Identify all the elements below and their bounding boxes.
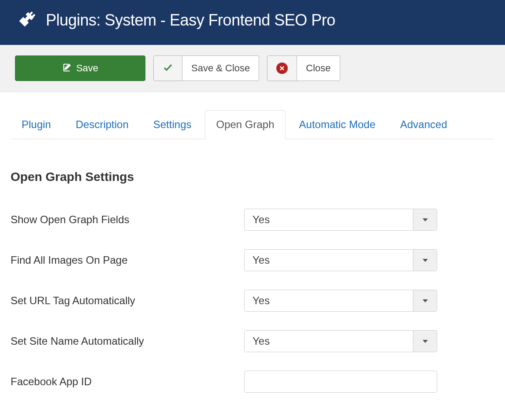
select-find-images[interactable]: Yes xyxy=(244,249,437,271)
save-close-group: Save & Close xyxy=(153,55,259,81)
tab-settings[interactable]: Settings xyxy=(153,110,192,139)
save-close-label: Save & Close xyxy=(191,63,250,73)
select-set-url-tag[interactable]: Yes xyxy=(244,290,437,312)
label-set-site-name: Set Site Name Automatically xyxy=(11,335,244,347)
chevron-down-icon xyxy=(423,299,428,302)
tabs: Plugin Description Settings Open Graph A… xyxy=(11,110,494,139)
tab-description[interactable]: Description xyxy=(75,110,129,139)
close-icon-button[interactable] xyxy=(267,55,297,81)
field-show-og-fields: Show Open Graph Fields Yes xyxy=(11,209,494,231)
field-set-url-tag: Set URL Tag Automatically Yes xyxy=(11,290,494,312)
save-close-button[interactable]: Save & Close xyxy=(182,55,259,81)
tab-advanced[interactable]: Advanced xyxy=(400,110,448,139)
label-find-images: Find All Images On Page xyxy=(11,254,244,266)
input-facebook-app-id[interactable] xyxy=(244,371,437,393)
page-title: Plugins: System - Easy Frontend SEO Pro xyxy=(46,11,335,29)
tab-open-graph[interactable]: Open Graph xyxy=(205,110,285,139)
close-group: Close xyxy=(267,55,340,81)
select-caret[interactable] xyxy=(413,250,437,271)
select-value[interactable]: Yes xyxy=(245,331,413,352)
page-header: Plugins: System - Easy Frontend SEO Pro xyxy=(0,0,505,45)
chevron-down-icon xyxy=(423,218,428,221)
tab-plugin[interactable]: Plugin xyxy=(21,110,52,139)
select-caret[interactable] xyxy=(413,209,437,230)
save-button-label: Save xyxy=(76,63,98,73)
select-set-site-name[interactable]: Yes xyxy=(244,330,437,352)
chevron-down-icon xyxy=(423,259,428,262)
close-button[interactable]: Close xyxy=(297,55,340,81)
close-circle-icon xyxy=(276,63,288,74)
field-facebook-app-id: Facebook App ID xyxy=(11,371,494,393)
edit-icon xyxy=(62,63,72,74)
label-set-url-tag: Set URL Tag Automatically xyxy=(11,295,244,307)
save-close-icon-button[interactable] xyxy=(153,55,182,81)
select-show-og-fields[interactable]: Yes xyxy=(244,209,437,231)
field-find-images: Find All Images On Page Yes xyxy=(11,249,494,271)
field-set-site-name: Set Site Name Automatically Yes xyxy=(11,330,494,352)
content-area: Plugin Description Settings Open Graph A… xyxy=(0,110,505,420)
close-label: Close xyxy=(306,63,330,73)
select-value[interactable]: Yes xyxy=(245,209,413,230)
label-facebook-app-id: Facebook App ID xyxy=(11,376,244,388)
toolbar: Save Save & Close Close xyxy=(0,45,505,92)
select-caret[interactable] xyxy=(413,331,437,352)
tab-automatic-mode[interactable]: Automatic Mode xyxy=(299,110,376,139)
chevron-down-icon xyxy=(423,340,428,343)
select-value[interactable]: Yes xyxy=(245,290,413,311)
select-caret[interactable] xyxy=(413,290,437,311)
section-title: Open Graph Settings xyxy=(11,170,494,184)
select-value[interactable]: Yes xyxy=(245,250,413,271)
check-icon xyxy=(163,62,173,74)
label-show-og-fields: Show Open Graph Fields xyxy=(11,214,244,226)
save-button[interactable]: Save xyxy=(15,55,145,81)
plugin-icon xyxy=(17,10,36,31)
